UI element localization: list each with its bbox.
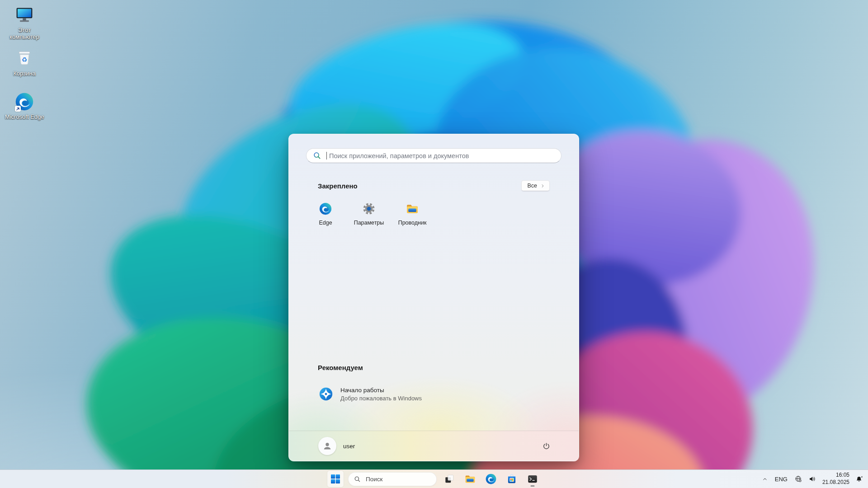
start-search-input[interactable] (328, 152, 555, 160)
terminal-icon (527, 473, 538, 485)
chevron-up-icon (762, 476, 768, 482)
file-explorer-icon (464, 473, 476, 485)
desktop-icon-recycle-bin[interactable]: Корзина (4, 48, 45, 91)
start-menu: Закреплено Все Edge Параметры Проводник … (288, 134, 579, 461)
clock-time: 16:05 (822, 472, 849, 479)
recommended-item-get-started[interactable]: Начало работы Добро пожаловать в Windows (307, 380, 479, 408)
windows-start-icon (331, 474, 340, 483)
avatar (318, 437, 336, 455)
pinned-app-label: Параметры (354, 220, 384, 226)
start-menu-footer: user (289, 431, 579, 461)
text-caret (326, 152, 327, 160)
desktop-icon-this-pc[interactable]: Этот компьютер (4, 5, 45, 48)
store-icon (506, 473, 518, 485)
globe-offline-icon (794, 475, 802, 483)
desktop-icon-label: Этот компьютер (4, 27, 45, 41)
volume-button[interactable] (808, 471, 816, 487)
recommended-item-subtitle: Добро пожаловать в Windows (340, 395, 422, 402)
user-profile-button[interactable]: user (314, 437, 359, 455)
person-icon (321, 440, 333, 452)
desktop-icon-edge[interactable]: Microsoft Edge (4, 91, 45, 135)
shortcut-arrow-icon (15, 106, 21, 112)
bell-dnd-icon (855, 475, 863, 483)
get-started-icon (318, 386, 334, 402)
notifications-button[interactable] (855, 471, 863, 487)
pinned-app-edge[interactable]: Edge (304, 197, 347, 236)
pinned-header-row: Закреплено Все (318, 180, 550, 191)
power-icon (542, 441, 551, 451)
power-button[interactable] (536, 437, 556, 455)
user-name: user (343, 443, 355, 450)
pinned-apps-grid: Edge Параметры Проводник (304, 197, 434, 236)
edge-button[interactable] (483, 471, 499, 487)
language-indicator[interactable]: ENG (774, 471, 788, 487)
recycle-bin-icon (14, 48, 35, 69)
taskbar-search-input[interactable] (365, 475, 447, 483)
store-button[interactable] (504, 471, 520, 487)
chevron-right-icon (540, 183, 545, 188)
terminal-button[interactable] (524, 471, 541, 487)
taskbar-search-box[interactable] (348, 472, 437, 486)
clock[interactable]: 16:05 21.08.2025 (822, 472, 849, 486)
edge-icon (485, 473, 497, 485)
search-icon (313, 151, 321, 160)
recommended-item-title: Начало работы (340, 387, 422, 394)
pinned-app-label: Проводник (398, 220, 427, 226)
monitor-icon (14, 5, 35, 25)
running-indicator (531, 485, 535, 487)
pinned-app-label: Edge (319, 220, 332, 226)
settings-gear-icon (362, 202, 376, 216)
all-apps-button[interactable]: Все (521, 180, 550, 191)
recommended-item-text: Начало работы Добро пожаловать в Windows (340, 387, 422, 402)
taskbar-center-group (327, 470, 541, 488)
edge-icon (14, 91, 35, 112)
edge-icon (319, 202, 332, 216)
desktop-icon-label: Microsoft Edge (5, 113, 44, 120)
volume-icon (808, 475, 816, 483)
task-view-button[interactable] (441, 471, 458, 487)
pinned-app-settings[interactable]: Параметры (347, 197, 391, 236)
recommended-section-title: Рекомендуем (318, 364, 363, 371)
task-view-icon (443, 473, 455, 485)
start-search-box[interactable] (306, 148, 561, 163)
pinned-app-explorer[interactable]: Проводник (391, 197, 434, 236)
show-hidden-icons-button[interactable] (762, 471, 768, 487)
start-button[interactable] (327, 471, 344, 487)
desktop-icon-label: Корзина (13, 70, 36, 77)
search-icon (354, 476, 361, 483)
system-tray: ENG 16:05 21.08.2025 (762, 470, 863, 488)
pinned-section-title: Закреплено (318, 182, 358, 190)
file-explorer-button[interactable] (462, 471, 478, 487)
desktop-icon-list: Этот компьютер Корзина Microsoft Edge (4, 5, 45, 135)
network-button[interactable] (794, 471, 802, 487)
taskbar: ENG 16:05 21.08.2025 (0, 469, 868, 488)
folder-icon (406, 202, 419, 216)
all-apps-label: Все (527, 183, 537, 189)
clock-date: 21.08.2025 (822, 479, 849, 486)
